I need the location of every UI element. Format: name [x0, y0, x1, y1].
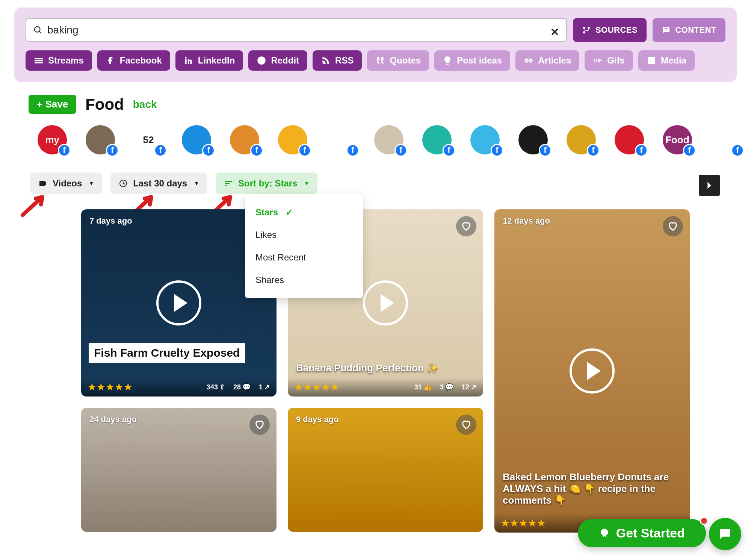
chat-button[interactable]	[709, 518, 741, 550]
chip-articles[interactable]: Articles	[515, 50, 579, 71]
source-avatar[interactable]: f	[326, 125, 355, 154]
filter-type[interactable]: Videos ▼	[30, 173, 102, 194]
source-avatar[interactable]: 52f	[134, 125, 163, 154]
favorite-button[interactable]	[249, 415, 270, 435]
source-avatar[interactable]: f	[86, 125, 115, 154]
chip-label: Quotes	[390, 55, 421, 66]
favorite-button[interactable]	[456, 415, 476, 435]
chip-reddit[interactable]: Reddit	[248, 50, 307, 71]
chip-label: Gifs	[607, 55, 625, 66]
video-card[interactable]: 24 days ago	[81, 408, 277, 532]
reddit-icon	[257, 56, 266, 65]
filters-row: Videos ▼ Last 30 days ▼ Sort by: Stars ▼…	[30, 173, 751, 194]
source-avatar[interactable]: myf	[38, 125, 67, 154]
chip-media[interactable]: Media	[638, 50, 695, 71]
source-avatar[interactable]: Foodf	[663, 125, 692, 154]
chip-rss[interactable]: RSS	[313, 50, 362, 71]
page-title: Food	[85, 95, 124, 114]
get-started-button[interactable]: Get Started	[578, 519, 706, 547]
source-avatar[interactable]: f	[615, 125, 644, 154]
chip-streams[interactable]: Streams	[26, 50, 92, 71]
facebook-badge-icon: f	[443, 144, 455, 157]
chip-facebook[interactable]: Facebook	[97, 50, 170, 71]
source-avatar[interactable]: f	[518, 125, 548, 154]
chip-label: Reddit	[271, 55, 299, 66]
sort-icon	[224, 179, 233, 188]
caret-down-icon: ▼	[304, 180, 309, 186]
clock-icon	[119, 179, 128, 188]
notification-dot	[700, 517, 708, 525]
caret-down-icon: ▼	[89, 180, 94, 186]
facebook-badge-icon: f	[587, 144, 600, 157]
favorite-button[interactable]	[456, 216, 476, 236]
star-rating: ★★★★★	[295, 382, 406, 392]
heart-icon	[668, 221, 678, 232]
source-avatar[interactable]: f	[422, 125, 452, 154]
search-row: ✕ SOURCES CONTENT	[26, 18, 725, 42]
filter-range[interactable]: Last 30 days ▼	[110, 173, 207, 194]
stat-up: 343 ⇧	[207, 383, 225, 391]
facebook-badge-icon: f	[106, 144, 119, 157]
source-avatar[interactable]: f	[567, 125, 596, 154]
linkedin-icon	[184, 56, 193, 65]
content-label: CONTENT	[675, 25, 716, 35]
source-avatar[interactable]: f	[182, 125, 211, 154]
favorite-button[interactable]	[663, 216, 683, 236]
card-age: 9 days ago	[296, 415, 339, 424]
bulb-icon	[443, 56, 452, 65]
media-icon	[647, 56, 656, 65]
facebook-badge-icon: f	[491, 144, 503, 157]
card-title: Baked Lemon Blueberry Donuts are ALWAYS …	[503, 471, 681, 506]
video-card[interactable]: 12 days ago Baked Lemon Blueberry Donuts…	[494, 209, 690, 533]
chip-label: Post ideas	[457, 55, 502, 66]
sources-button[interactable]: SOURCES	[573, 18, 647, 42]
chip-postideas[interactable]: Post ideas	[434, 50, 510, 71]
back-link[interactable]: back	[133, 98, 157, 110]
filter-sort-label: Sort by: Stars	[238, 178, 297, 189]
video-card[interactable]: 9 days ago	[288, 408, 483, 532]
card-stats: ★★★★★ 31 👍 3 💬 12 ↗	[288, 378, 483, 397]
play-button[interactable]	[363, 280, 408, 325]
filter-sort[interactable]: Sort by: Stars ▼	[216, 173, 317, 194]
search-box[interactable]: ✕	[26, 18, 567, 42]
stat-shares: 12 ↗	[462, 383, 476, 391]
source-avatar[interactable]: f	[711, 125, 740, 154]
link-icon	[524, 56, 533, 65]
source-avatar[interactable]: f	[230, 125, 259, 154]
chip-quotes[interactable]: Quotes	[367, 50, 429, 71]
search-icon	[34, 26, 42, 34]
video-icon	[38, 179, 47, 188]
play-button[interactable]	[570, 348, 615, 394]
play-button[interactable]	[156, 280, 201, 325]
save-button[interactable]: + Save	[29, 95, 76, 114]
chips-row: Streams Facebook LinkedIn Reddit RSS Quo…	[26, 50, 725, 71]
branch-icon	[582, 26, 591, 35]
annotation-arrow	[19, 192, 53, 218]
stat-comments: 3 💬	[440, 383, 453, 391]
card-age: 7 days ago	[89, 216, 132, 226]
sort-option[interactable]: Most Recent	[245, 246, 363, 269]
search-input[interactable]	[47, 24, 545, 36]
get-started-label: Get Started	[616, 526, 685, 540]
facebook-badge-icon: f	[731, 144, 744, 157]
source-avatar[interactable]: f	[470, 125, 500, 154]
clear-icon[interactable]: ✕	[550, 26, 559, 34]
sort-option[interactable]: Shares	[245, 269, 363, 291]
facebook-badge-icon: f	[250, 144, 263, 157]
heart-icon	[461, 419, 471, 430]
source-avatar[interactable]: f	[278, 125, 307, 154]
source-avatar[interactable]: f	[374, 125, 403, 154]
facebook-badge-icon: f	[394, 144, 407, 157]
sort-option[interactable]: Likes	[245, 224, 363, 246]
facebook-badge-icon: f	[154, 144, 167, 157]
quotes-icon	[375, 56, 385, 65]
chip-label: Streams	[48, 55, 84, 66]
filter-type-label: Videos	[53, 178, 82, 189]
chip-gifs[interactable]: GIFGifs	[585, 50, 633, 71]
facebook-badge-icon: f	[539, 144, 552, 157]
chip-linkedin[interactable]: LinkedIn	[175, 50, 243, 71]
rss-icon	[321, 56, 331, 65]
stat-likes: 31 👍	[414, 383, 432, 391]
content-button[interactable]: CONTENT	[653, 18, 725, 42]
sort-option[interactable]: Stars	[245, 201, 363, 224]
